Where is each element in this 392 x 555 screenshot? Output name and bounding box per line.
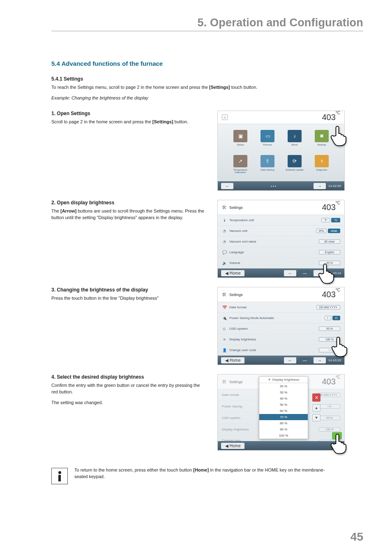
clock: 14:43:14 — [328, 271, 341, 275]
row-icon: 🔈 — [222, 261, 227, 265]
step2-heading: 2. Open display brightness — [51, 200, 208, 206]
brightness-option[interactable]: 30 % — [259, 389, 308, 395]
settings-value[interactable]: DD.MM.YYYY — [316, 305, 340, 310]
wrench-icon: 🛠 — [222, 205, 227, 210]
tile-icon: ⇪ — [261, 155, 274, 167]
page-number: 45 — [350, 530, 363, 543]
settings-row[interactable]: ◔Vacuum end value80 mbar — [218, 236, 344, 247]
tile-data-backup[interactable]: ⇪Data backup — [256, 155, 279, 174]
row-icon: 🌡 — [222, 218, 227, 222]
settings-row[interactable]: ⊙OSD system50 % — [218, 324, 344, 334]
settings-row[interactable]: 🔈Volume40 % — [218, 258, 344, 268]
settings-row[interactable]: ◔Vacuum unithPambar — [218, 226, 344, 236]
chapter-header: 5. Operation and Configuration — [51, 16, 363, 31]
cancel-button[interactable]: ✕ — [312, 393, 321, 402]
brightness-popup: ☀Display brightness 20 %30 %40 %50 %60 %… — [259, 376, 308, 439]
next-arrow-button[interactable]: → — [314, 357, 326, 363]
row-icon: 💬 — [222, 250, 227, 254]
row-label: Display brightness — [229, 338, 256, 341]
step4-heading: 4. Select the desired display brightness — [51, 374, 208, 380]
settings-value[interactable]: °F — [321, 218, 330, 222]
scroll-down-button[interactable]: ▼ — [312, 414, 321, 421]
settings-row[interactable]: ☀Display brightness100 % — [218, 334, 344, 345]
tile-icon: ⟳ — [288, 155, 302, 167]
tile-label: Data backup — [261, 169, 274, 173]
settings-title: Settings — [229, 206, 243, 210]
tile-icon: ⚕ — [315, 155, 329, 167]
next-page-button[interactable]: → — [314, 183, 326, 189]
brightness-option[interactable]: 70 % — [259, 414, 308, 420]
info-note: To return to the home screen, press eith… — [51, 467, 363, 484]
tile-videos[interactable]: ▣Videos — [229, 130, 251, 148]
row-label: OSD system — [229, 327, 248, 331]
scroll-up-button[interactable]: ▲ — [312, 404, 321, 412]
brightness-option[interactable]: 60 % — [259, 408, 308, 414]
step1-heading: 1. Open Settings — [51, 111, 208, 116]
settings-value[interactable]: °C — [331, 218, 340, 222]
wrench-icon: 🛠 — [222, 292, 227, 298]
prev-arrow-button[interactable]: ← — [284, 357, 296, 363]
settings-title: Settings — [229, 380, 243, 384]
settings-value[interactable]: hPa — [316, 229, 327, 233]
settings-row[interactable]: 💬LanguageEnglish — [218, 247, 344, 258]
tile-music[interactable]: ♪Music — [284, 130, 306, 148]
settings-value: 100 % — [319, 427, 340, 432]
step3-heading: 3. Changing the brightness of the displa… — [51, 287, 208, 293]
row-label: Date format — [222, 393, 239, 397]
settings-value[interactable]: 80 mbar — [319, 239, 340, 244]
screenshot-1-home-page2: ⌂ 403°C ▣Videos▭Pictures♪Music✖Settings↗… — [217, 111, 345, 191]
settings-row[interactable]: 🌡Temperature unit°F°C — [218, 215, 344, 226]
settings-value[interactable]: 40 % — [319, 261, 340, 265]
step1-body: Scroll to page 2 in the home screen and … — [51, 119, 208, 125]
clock: 14:43:35 — [328, 358, 341, 362]
section-5-4-1-intro: To reach the Settings menu, scroll to pa… — [51, 84, 363, 91]
tile-settings[interactable]: ✖Settings — [311, 130, 333, 148]
settings-value[interactable]: ···· — [319, 348, 340, 352]
brightness-option[interactable]: 40 % — [259, 395, 308, 402]
settings-value[interactable]: 100 % — [319, 337, 340, 342]
brightness-option[interactable]: 90 % — [259, 426, 308, 432]
row-label: Power Saving Mode Automatic — [229, 316, 274, 320]
settings-row[interactable]: 🔌Power Saving Mode AutomaticIO — [218, 313, 344, 324]
page-indicator-button: — — [299, 357, 311, 363]
brightness-option[interactable]: 100 % — [259, 432, 308, 439]
tile-diagnosis[interactable]: ⚕Diagnosis — [311, 155, 333, 174]
temperature-readout: 403°C — [322, 203, 340, 212]
brightness-option[interactable]: 80 % — [259, 420, 308, 426]
settings-value[interactable]: English — [319, 250, 340, 254]
brightness-option[interactable]: 20 % — [259, 383, 308, 389]
temperature-readout: 403°C — [322, 377, 340, 386]
home-button[interactable]: ◀ Home — [221, 357, 244, 363]
prev-page-button[interactable]: ← — [221, 183, 233, 189]
settings-row[interactable]: 👤Change user code···· — [218, 345, 344, 356]
page-indicator-button: — — [299, 270, 311, 276]
brightness-option[interactable]: 50 % — [259, 402, 308, 408]
settings-value: 50 % — [319, 416, 340, 420]
settings-value[interactable]: 50 % — [319, 326, 340, 331]
tile-label: Pictures — [263, 143, 272, 148]
section-5-4-1-example: Example: Changing the brightness of the … — [51, 95, 363, 102]
screenshot-4-brightness-popup: 🛠 Settings 403°C Date formatDD.MM.YYYYPo… — [217, 374, 345, 451]
next-arrow-button[interactable]: → — [314, 270, 326, 276]
prev-arrow-button[interactable]: ← — [284, 270, 296, 276]
row-icon: ⊙ — [222, 327, 227, 331]
settings-value[interactable]: mbar — [328, 229, 340, 233]
tile-icon: ↗ — [233, 155, 247, 167]
home-button[interactable]: ◀ Home — [221, 443, 244, 449]
row-label: Vacuum unit — [229, 229, 247, 233]
row-icon: 🔌 — [222, 316, 227, 320]
confirm-button[interactable]: ✓ — [332, 432, 342, 439]
row-label: OSD system — [222, 416, 240, 420]
row-label: Volume — [229, 261, 240, 265]
settings-row[interactable]: 📅Date formatDD.MM.YYYY — [218, 302, 344, 313]
tile-software-update[interactable]: ⟳Software update — [284, 155, 306, 174]
tile-temperature-calibration[interactable]: ↗Temperature calibration — [229, 155, 251, 174]
temperature-readout: 403°C — [322, 290, 340, 299]
section-5-4-heading: 5.4 Advanced functions of the furnace — [51, 60, 363, 67]
tile-pictures[interactable]: ▭Pictures — [256, 130, 279, 148]
settings-value[interactable]: I — [325, 316, 331, 320]
row-label: Date format — [229, 305, 247, 309]
home-icon[interactable]: ⌂ — [222, 114, 228, 120]
settings-value[interactable]: O — [332, 316, 340, 320]
home-button[interactable]: ◀ Home — [221, 270, 244, 276]
